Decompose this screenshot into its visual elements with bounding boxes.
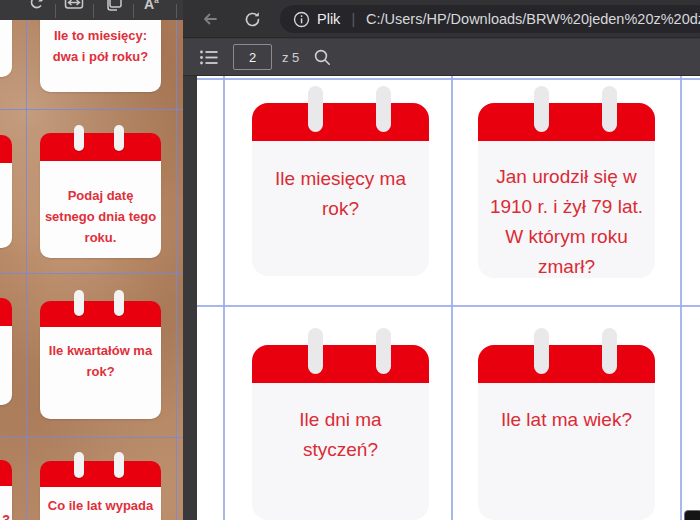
- site-badge: Plik: [317, 11, 340, 27]
- calendar-header: [40, 133, 161, 161]
- card-question-text: Ile miesięcy ma rok?: [244, 164, 437, 224]
- calendar-header: [478, 345, 655, 383]
- calendar-body: [0, 163, 12, 248]
- guide-line-horizontal: [0, 437, 183, 438]
- calendar-ring-icon: [114, 290, 124, 316]
- calendar-ring-icon: [74, 290, 84, 316]
- duplicate-page-icon[interactable]: [104, 0, 124, 12]
- card-question-text: Ile kwartałów ma rok?: [40, 340, 161, 382]
- pdf-viewport[interactable]: Ile miesięcy ma rok? Jan urodził się w 1…: [183, 76, 700, 520]
- calendar-header: [0, 460, 12, 488]
- resize-icon[interactable]: [64, 0, 84, 11]
- guide-line-vertical: [26, 20, 27, 520]
- calendar-header: [478, 103, 655, 141]
- address-divider: |: [351, 11, 355, 27]
- table-grid-line: [680, 76, 682, 520]
- card-question-text: Ile lat ma wiek?: [470, 405, 663, 435]
- card-question-text: Ile to miesięcy: dwa i pół roku?: [40, 25, 161, 67]
- calendar-ring-icon: [534, 328, 549, 374]
- page-number-input[interactable]: 2: [233, 44, 272, 70]
- card-question-text: Co ile lat wypada: [40, 495, 161, 516]
- browser-window: Plik | C:/Users/HP/Downloads/BRW%20jeden…: [183, 0, 700, 520]
- table-grid-line: [223, 76, 225, 520]
- calendar-ring-icon: [74, 125, 84, 151]
- redo-icon[interactable]: [28, 0, 46, 11]
- guide-line-horizontal: [0, 109, 183, 110]
- calendar-body: [0, 20, 12, 77]
- refresh-icon[interactable]: [241, 8, 263, 30]
- calendar-ring-icon: [376, 328, 391, 374]
- address-bar[interactable]: Plik | C:/Users/HP/Downloads/BRW%20jeden…: [280, 5, 700, 33]
- page-total-label: z 5: [282, 50, 299, 65]
- calendar-header: [252, 103, 429, 141]
- info-icon[interactable]: [293, 11, 310, 28]
- floating-controls-corner[interactable]: [684, 510, 700, 520]
- calendar-ring-icon: [114, 452, 124, 478]
- calendar-header: [252, 345, 429, 383]
- toolbar-divider: [133, 4, 134, 18]
- guide-line-horizontal: [0, 273, 183, 274]
- calendar-header: [0, 135, 12, 163]
- table-grid-line: [197, 305, 700, 307]
- calendar-ring-icon: [308, 86, 323, 132]
- url-text[interactable]: C:/Users/HP/Downloads/BRW%20jeden%20z%20…: [366, 11, 700, 27]
- calendar-body: [478, 383, 655, 520]
- back-icon[interactable]: [199, 8, 221, 30]
- design-app-pane: Aa Ile to miesięcy: dwa i pół roku? Poda…: [0, 0, 183, 520]
- calendar-ring-icon: [376, 86, 391, 132]
- card-question-text: Jan urodził się w 1910 r. i żył 79 lat. …: [470, 162, 663, 282]
- calendar-header: [40, 301, 161, 329]
- calendar-ring-icon: [114, 125, 124, 151]
- clipped-text-fragment: 3: [2, 512, 10, 520]
- browser-toolbar: Plik | C:/Users/HP/Downloads/BRW%20jeden…: [183, 0, 700, 38]
- calendar-ring-icon: [602, 86, 617, 132]
- calendar-header: [40, 461, 161, 489]
- calendar-ring-icon: [534, 86, 549, 132]
- font-size-icon[interactable]: Aa: [144, 0, 159, 12]
- guide-line-vertical: [176, 20, 177, 520]
- pdf-page: Ile miesięcy ma rok? Jan urodził się w 1…: [197, 76, 700, 520]
- toolbar-divider: [176, 4, 177, 18]
- toolbar-divider: [93, 4, 94, 18]
- table-of-contents-icon[interactable]: [199, 48, 219, 67]
- design-app-toolbar: Aa: [0, 0, 183, 20]
- calendar-header: [0, 298, 12, 326]
- table-grid-line: [197, 78, 700, 80]
- calendar-body: [0, 326, 12, 405]
- design-canvas[interactable]: Ile to miesięcy: dwa i pół roku? Podaj d…: [0, 20, 183, 520]
- pdf-toolbar: 2 z 5: [183, 39, 700, 76]
- toolbar-divider: [55, 4, 56, 18]
- search-icon[interactable]: [313, 48, 332, 67]
- calendar-ring-icon: [308, 328, 323, 374]
- table-grid-line: [451, 76, 453, 520]
- card-question-text: Podaj datę setnego dnia tego roku.: [40, 185, 161, 248]
- card-question-text: Ile dni ma styczeń?: [244, 405, 437, 465]
- calendar-ring-icon: [74, 452, 84, 478]
- calendar-ring-icon: [602, 328, 617, 374]
